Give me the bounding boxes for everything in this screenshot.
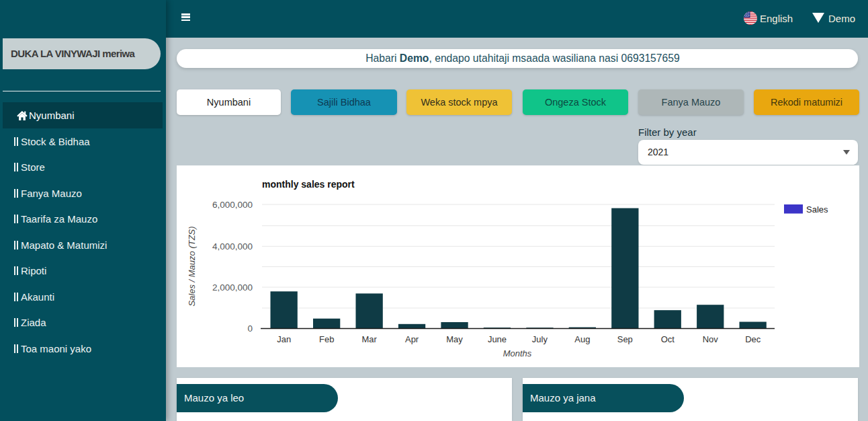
svg-text:Mar: Mar [361, 334, 377, 344]
svg-text:Sep: Sep [617, 334, 633, 344]
svg-text:2,000,000: 2,000,000 [212, 282, 253, 293]
svg-text:Oct: Oct [661, 334, 675, 344]
svg-text:May: May [446, 334, 463, 344]
svg-text:Aug: Aug [574, 334, 590, 344]
svg-text:Sales: Sales [806, 204, 828, 215]
svg-text:July: July [532, 334, 548, 344]
svg-text:monthly sales report: monthly sales report [262, 179, 355, 190]
svg-text:Jan: Jan [277, 334, 291, 344]
svg-text:6,000,000: 6,000,000 [212, 200, 253, 210]
svg-text:Nov: Nov [703, 334, 719, 344]
svg-text:0: 0 [247, 323, 253, 334]
svg-text:Apr: Apr [405, 334, 419, 344]
svg-text:4,000,000: 4,000,000 [212, 241, 253, 252]
svg-text:June: June [488, 334, 507, 344]
svg-text:Dec: Dec [745, 334, 761, 344]
svg-text:Months: Months [503, 348, 532, 358]
svg-text:Feb: Feb [319, 334, 334, 344]
svg-text:Sales / Mauzo (TZS): Sales / Mauzo (TZS) [187, 226, 197, 306]
